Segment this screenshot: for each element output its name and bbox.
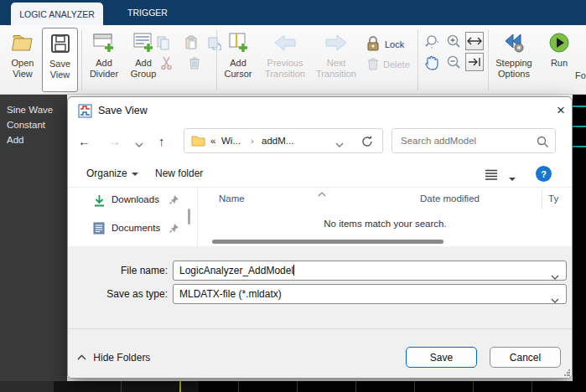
hide-folders-button[interactable]: Hide Folders xyxy=(77,352,150,364)
signal-item-constant[interactable]: Constant xyxy=(7,117,67,132)
add-cursor-icon xyxy=(219,28,257,58)
new-folder-button[interactable]: New folder xyxy=(155,168,203,179)
time-tick xyxy=(297,381,298,392)
time-tick xyxy=(473,381,474,392)
copy-icon[interactable] xyxy=(156,35,171,50)
file-name-input[interactable]: LogicAnalyzer_AddModel xyxy=(173,260,567,281)
group-separator xyxy=(81,30,82,90)
close-icon[interactable]: × xyxy=(549,99,573,122)
delete-button[interactable]: Delete xyxy=(383,59,410,70)
help-icon[interactable]: ? xyxy=(536,166,552,182)
breadcrumb-item[interactable]: Wi... xyxy=(221,136,241,146)
tab-trigger[interactable]: TRIGGER xyxy=(111,0,184,25)
signal-list-panel: Sine Wave Constant Add xyxy=(0,95,67,381)
save-view-button[interactable]: Save View xyxy=(42,28,78,92)
resize-grip[interactable] xyxy=(563,369,570,376)
dialog-title: Save View xyxy=(98,105,148,116)
floppy-disk-icon xyxy=(43,28,77,59)
logic-analyzer-app-icon xyxy=(78,104,92,121)
signal-item-add[interactable]: Add xyxy=(7,132,67,147)
zoom-out-icon[interactable] xyxy=(444,54,463,72)
group-separator xyxy=(417,30,418,90)
time-tick xyxy=(532,381,532,392)
fit-to-view-icon[interactable] xyxy=(465,32,484,50)
group-separator xyxy=(488,30,489,90)
view-mode-icon[interactable] xyxy=(485,169,498,183)
column-header-type[interactable]: Ty xyxy=(548,193,558,204)
add-cursor-button[interactable]: Add Cursor xyxy=(219,28,257,92)
next-transition-button[interactable]: Next Transition xyxy=(312,28,360,92)
run-play-icon xyxy=(540,28,578,58)
previous-transition-button[interactable]: Previous Transition xyxy=(261,28,309,92)
chevron-down-icon xyxy=(132,173,138,176)
signal-item-sine-wave[interactable]: Sine Wave xyxy=(7,102,67,117)
address-dropdown-chevron-icon[interactable] xyxy=(335,139,344,151)
refresh-icon[interactable] xyxy=(360,135,374,151)
arrow-right-icon xyxy=(312,28,360,58)
pin-icon xyxy=(169,223,179,235)
search-box[interactable] xyxy=(392,128,556,153)
lock-button[interactable]: Lock xyxy=(385,39,404,49)
stepping-options-icon xyxy=(491,28,537,58)
empty-list-message: No items match your search. xyxy=(197,219,573,229)
folder-icon xyxy=(191,135,205,149)
nav-pane-scrollbar[interactable] xyxy=(188,209,190,224)
column-header-name[interactable]: Name xyxy=(219,193,245,204)
add-divider-icon xyxy=(85,28,123,58)
pan-hand-icon[interactable] xyxy=(423,54,441,72)
search-input[interactable] xyxy=(399,132,533,150)
save-as-type-select[interactable]: MLDATX-file (*.mldatx) xyxy=(173,284,567,304)
breadcrumb-collapsed[interactable]: « xyxy=(210,136,215,146)
open-view-button[interactable]: Open View xyxy=(5,28,40,92)
paste-icon[interactable] xyxy=(184,35,199,50)
time-cursor[interactable] xyxy=(179,381,181,392)
waveform-timeline xyxy=(0,381,586,392)
up-icon[interactable]: ↑ xyxy=(158,134,165,148)
stepping-options-button[interactable]: Stepping Options xyxy=(491,28,537,92)
tab-logic-analyzer[interactable]: LOGIC ANALYZER xyxy=(11,3,103,25)
view-mode-chevron-icon[interactable] xyxy=(505,173,516,184)
zoom-cursor-icon[interactable] xyxy=(423,33,441,51)
save-as-type-label: Save as type: xyxy=(68,288,168,300)
zoom-to-edge-icon[interactable] xyxy=(465,53,484,71)
lock-icon xyxy=(366,35,381,50)
save-as-type-dropdown-chevron-icon[interactable] xyxy=(551,291,559,310)
column-header-date-modified[interactable]: Date modified xyxy=(420,193,480,204)
nav-item-downloads[interactable]: Downloads xyxy=(68,193,194,209)
back-icon[interactable]: ← xyxy=(78,134,91,148)
time-tick xyxy=(121,381,122,392)
time-tick xyxy=(355,381,356,392)
documents-icon xyxy=(93,222,105,236)
waveform-area xyxy=(573,95,586,392)
breadcrumb-item[interactable]: addM... xyxy=(262,136,293,146)
horizontal-scrollbar[interactable] xyxy=(212,240,443,244)
search-icon xyxy=(537,136,549,151)
open-folder-icon xyxy=(5,28,40,58)
delete-trash-icon xyxy=(366,56,381,71)
pin-icon xyxy=(169,194,179,207)
address-bar[interactable]: « Wi... › addM... xyxy=(184,128,383,153)
text-caret xyxy=(293,265,294,276)
forward-icon[interactable]: → xyxy=(108,134,121,148)
chevron-up-icon xyxy=(77,354,86,360)
nav-item-documents[interactable]: Documents xyxy=(68,221,194,238)
waveform-trace xyxy=(573,106,586,107)
cancel-button[interactable]: Cancel xyxy=(490,347,561,368)
waveform-trace xyxy=(573,126,586,127)
trash-icon[interactable] xyxy=(187,55,202,70)
add-divider-button[interactable]: Add Divider xyxy=(85,28,123,92)
organize-menu[interactable]: Organize xyxy=(86,168,138,179)
save-view-dialog: Save View × ← → ↑ « Wi... › addM... Org xyxy=(67,96,573,379)
app-window: LOGIC ANALYZER TRIGGER Open View Save Vi… xyxy=(0,0,586,392)
save-button[interactable]: Save xyxy=(406,347,477,368)
downloads-icon xyxy=(93,194,106,209)
breadcrumb-separator: › xyxy=(251,136,254,146)
recent-locations-chevron-icon[interactable] xyxy=(135,139,143,151)
toolstrip-tab-bar: LOGIC ANALYZER TRIGGER xyxy=(0,0,586,25)
zoom-in-icon[interactable] xyxy=(444,33,463,51)
cut-icon[interactable] xyxy=(159,55,174,70)
toolstrip: Open View Save View Add Divider Add Grou… xyxy=(0,25,586,95)
sort-ascending-icon[interactable] xyxy=(318,188,326,199)
time-tick xyxy=(238,381,239,392)
run-button[interactable]: Run xyxy=(540,28,578,92)
